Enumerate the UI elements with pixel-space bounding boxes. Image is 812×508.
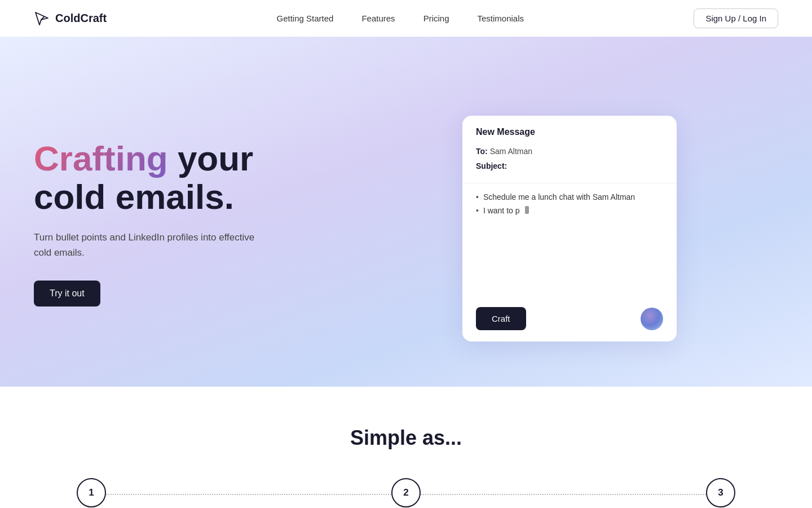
navbar: ColdCraft Getting Started Features Prici… — [0, 0, 812, 37]
nav-links: Getting Started Features Pricing Testimo… — [277, 14, 524, 23]
nav-pricing[interactable]: Pricing — [423, 14, 449, 23]
brand-name: ColdCraft — [55, 12, 107, 25]
hero-title-highlight: Crafting — [34, 139, 168, 178]
step-connector-2-3 — [421, 494, 706, 495]
ai-orb — [641, 308, 663, 330]
email-card: New Message To: Sam Altman Subject: Sche… — [462, 116, 677, 341]
logo[interactable]: ColdCraft — [34, 11, 107, 27]
hero-section: Crafting yourcold emails. Turn bullet po… — [0, 37, 812, 387]
cursor-blink — [525, 206, 529, 214]
hero-title: Crafting yourcold emails. — [34, 139, 361, 216]
email-to-value: Sam Altman — [490, 147, 532, 156]
nav-getting-started[interactable]: Getting Started — [277, 14, 334, 23]
hero-content: Crafting yourcold emails. Turn bullet po… — [34, 139, 361, 307]
logo-icon — [34, 11, 50, 27]
step-1-circle: 1 — [77, 478, 106, 507]
step-3-circle: 3 — [706, 478, 735, 507]
email-subject-label: Subject: — [476, 161, 507, 170]
nav-features[interactable]: Features — [361, 14, 395, 23]
email-subject-field: Subject: — [476, 160, 663, 172]
bullet-text-1: Schedule me a lunch chat with Sam Altman — [483, 192, 635, 202]
bullet-text-2: I want to p — [483, 206, 520, 215]
email-card-title: New Message — [476, 127, 663, 137]
steps-section: Simple as... 1 2 3 Resume Resume New Mes… — [0, 387, 812, 508]
email-card-footer: Craft — [462, 298, 677, 341]
steps-title: Simple as... — [34, 426, 778, 450]
connector-line-2 — [421, 494, 706, 495]
nav-testimonials[interactable]: Testimonials — [477, 14, 524, 23]
email-bullet-2: I want to p — [476, 206, 663, 215]
steps-numbers-row: 1 2 3 — [34, 478, 778, 507]
try-it-out-button[interactable]: Try it out — [34, 281, 100, 306]
email-to-label: To: — [476, 147, 488, 156]
signup-login-button[interactable]: Sign Up / Log In — [694, 8, 778, 28]
email-card-header: New Message To: Sam Altman Subject: — [462, 116, 677, 183]
connector-line — [106, 494, 391, 495]
hero-subtitle: Turn bullet points and LinkedIn profiles… — [34, 230, 271, 260]
craft-button[interactable]: Craft — [476, 307, 526, 330]
hero-visual: New Message To: Sam Altman Subject: Sche… — [361, 104, 778, 341]
email-card-body: Schedule me a lunch chat with Sam Altman… — [462, 183, 677, 298]
email-bullet-1: Schedule me a lunch chat with Sam Altman — [476, 192, 663, 202]
email-to-field: To: Sam Altman — [476, 145, 663, 157]
step-2-circle: 2 — [391, 478, 421, 507]
step-connector-1-2 — [106, 494, 391, 495]
